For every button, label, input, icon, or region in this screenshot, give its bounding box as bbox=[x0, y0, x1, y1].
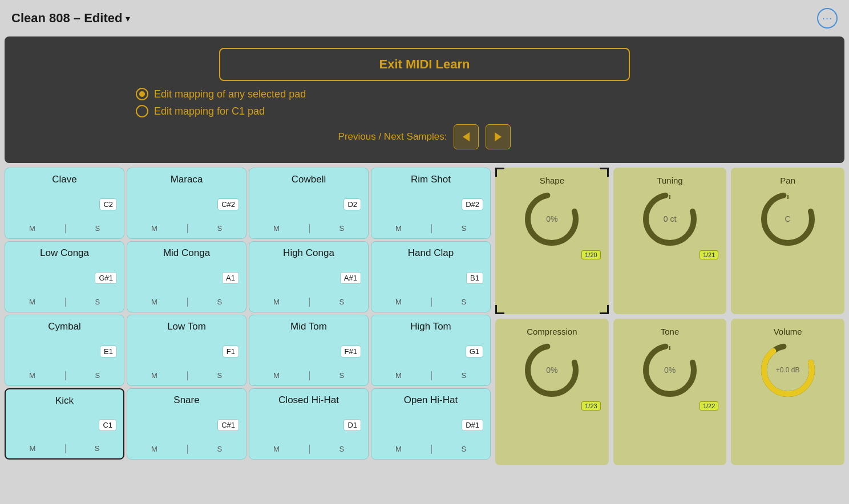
pad-rim-shot[interactable]: Rim Shot D#2 M S bbox=[371, 168, 491, 239]
pad-divider bbox=[187, 445, 188, 454]
app-title: Clean 808 – Edited bbox=[11, 11, 122, 26]
pad-solo[interactable]: S bbox=[334, 444, 349, 454]
pads-grid: Clave C2 M S Maraca C#2 M S Cowbell D2 M… bbox=[5, 168, 491, 465]
pad-ms: M S bbox=[13, 443, 116, 454]
pad-mute[interactable]: M bbox=[269, 370, 284, 381]
radio-label-any-pad: Edit mapping of any selected pad bbox=[154, 88, 306, 100]
pad-clave[interactable]: Clave C2 M S bbox=[5, 168, 124, 239]
pad-low-conga[interactable]: Low Conga G#1 M S bbox=[5, 241, 124, 312]
bracket-tl bbox=[495, 168, 504, 177]
pad-note: D2 bbox=[343, 198, 361, 210]
pad-solo[interactable]: S bbox=[456, 370, 471, 381]
pad-solo[interactable]: S bbox=[212, 223, 227, 234]
knob-left-col: Shape 0% 1/20 Compression bbox=[495, 168, 609, 465]
pad-solo[interactable]: S bbox=[456, 223, 471, 234]
pan-label: Pan bbox=[780, 176, 795, 185]
pad-note: A#1 bbox=[340, 272, 361, 284]
right-panel: Shape 0% 1/20 Compression bbox=[495, 168, 844, 465]
pad-solo[interactable]: S bbox=[212, 370, 227, 381]
pad-ms: M S bbox=[134, 444, 239, 454]
pad-high-conga[interactable]: High Conga A#1 M S bbox=[249, 241, 369, 312]
pad-solo[interactable]: S bbox=[334, 370, 349, 381]
pan-knob[interactable]: C bbox=[757, 188, 819, 250]
pad-solo[interactable]: S bbox=[456, 296, 471, 307]
pad-ms: M S bbox=[256, 223, 361, 234]
pad-ms: M S bbox=[256, 296, 361, 307]
pad-mute[interactable]: M bbox=[147, 444, 162, 454]
title-dropdown-icon[interactable]: ▾ bbox=[126, 13, 130, 24]
pad-note: A1 bbox=[222, 272, 239, 284]
pad-mid-tom[interactable]: Mid Tom F#1 M S bbox=[249, 315, 369, 386]
compression-label: Compression bbox=[527, 327, 577, 336]
pad-kick[interactable]: Kick C1 M S bbox=[5, 388, 124, 460]
pad-ms: M S bbox=[256, 370, 361, 381]
pad-mute[interactable]: M bbox=[391, 370, 406, 381]
pad-mute[interactable]: M bbox=[25, 370, 40, 381]
pad-mute[interactable]: M bbox=[269, 223, 284, 234]
radio-c1-pad[interactable]: Edit mapping for C1 pad bbox=[136, 105, 306, 117]
pad-divider bbox=[309, 224, 310, 233]
pad-mute[interactable]: M bbox=[391, 223, 406, 234]
pad-solo[interactable]: S bbox=[212, 296, 227, 307]
pad-mid-conga[interactable]: Mid Conga A1 M S bbox=[127, 241, 246, 312]
pad-open-hi-hat[interactable]: Open Hi-Hat D#1 M S bbox=[371, 388, 491, 460]
prev-next-row: Previous / Next Samples: bbox=[338, 124, 511, 149]
pad-high-tom[interactable]: High Tom G1 M S bbox=[371, 315, 491, 386]
prev-sample-button[interactable] bbox=[454, 124, 479, 149]
shape-label: Shape bbox=[540, 176, 564, 185]
pad-name: Kick bbox=[13, 395, 116, 407]
pad-mute[interactable]: M bbox=[269, 296, 284, 307]
pad-solo[interactable]: S bbox=[212, 444, 227, 454]
volume-knob[interactable]: +0.0 dB bbox=[757, 339, 819, 401]
tone-label: Tone bbox=[661, 327, 680, 336]
pad-note: F1 bbox=[223, 346, 239, 357]
radio-circle-any-pad bbox=[136, 88, 148, 100]
pad-name: Mid Conga bbox=[134, 247, 239, 259]
next-sample-button[interactable] bbox=[486, 124, 511, 149]
pad-solo[interactable]: S bbox=[90, 443, 104, 454]
pad-ms: M S bbox=[378, 296, 483, 307]
pad-name: High Tom bbox=[378, 321, 483, 332]
pad-maraca[interactable]: Maraca C#2 M S bbox=[127, 168, 246, 239]
title-bar: Clean 808 – Edited ▾ ··· bbox=[0, 0, 849, 36]
tuning-knob[interactable]: 0 ct bbox=[638, 188, 701, 250]
radio-any-pad[interactable]: Edit mapping of any selected pad bbox=[136, 88, 306, 100]
pad-ms: M S bbox=[12, 296, 117, 307]
pad-mute[interactable]: M bbox=[147, 296, 162, 307]
shape-knob[interactable]: 0% bbox=[520, 188, 583, 250]
pad-mute[interactable]: M bbox=[391, 296, 406, 307]
pad-closed-hi-hat[interactable]: Closed Hi-Hat D1 M S bbox=[249, 388, 369, 460]
pad-mute[interactable]: M bbox=[147, 370, 162, 381]
compression-section: Compression 0% 1/23 bbox=[495, 319, 609, 465]
pad-note: F#1 bbox=[341, 346, 361, 357]
pad-name: Hand Clap bbox=[378, 247, 483, 259]
tuning-id: 1/21 bbox=[700, 250, 718, 259]
more-button[interactable]: ··· bbox=[817, 8, 838, 29]
pad-solo[interactable]: S bbox=[90, 223, 104, 234]
pad-low-tom[interactable]: Low Tom F1 M S bbox=[127, 315, 246, 386]
pad-cymbal[interactable]: Cymbal E1 M S bbox=[5, 315, 124, 386]
compression-knob[interactable]: 0% bbox=[520, 339, 583, 401]
shape-value: 0% bbox=[546, 214, 557, 223]
pad-snare[interactable]: Snare C#1 M S bbox=[127, 388, 246, 460]
pad-mute[interactable]: M bbox=[25, 296, 40, 307]
bracket-tr bbox=[600, 168, 609, 177]
pad-mute[interactable]: M bbox=[25, 443, 41, 454]
pad-name: High Conga bbox=[256, 247, 361, 259]
tone-knob[interactable]: 0% bbox=[638, 339, 701, 401]
pad-solo[interactable]: S bbox=[334, 223, 349, 234]
pad-ms: M S bbox=[134, 370, 239, 381]
pad-mute[interactable]: M bbox=[25, 223, 40, 234]
pad-hand-clap[interactable]: Hand Clap B1 M S bbox=[371, 241, 491, 312]
pad-solo[interactable]: S bbox=[90, 370, 104, 381]
pad-divider bbox=[309, 371, 310, 380]
pad-mute[interactable]: M bbox=[147, 223, 162, 234]
pad-mute[interactable]: M bbox=[269, 444, 284, 454]
pad-solo[interactable]: S bbox=[456, 444, 471, 454]
pad-cowbell[interactable]: Cowbell D2 M S bbox=[249, 168, 369, 239]
svg-marker-1 bbox=[495, 132, 502, 141]
pad-mute[interactable]: M bbox=[391, 444, 406, 454]
pad-solo[interactable]: S bbox=[90, 296, 104, 307]
pad-solo[interactable]: S bbox=[334, 296, 349, 307]
exit-midi-learn-button[interactable]: Exit MIDI Learn bbox=[219, 48, 630, 81]
